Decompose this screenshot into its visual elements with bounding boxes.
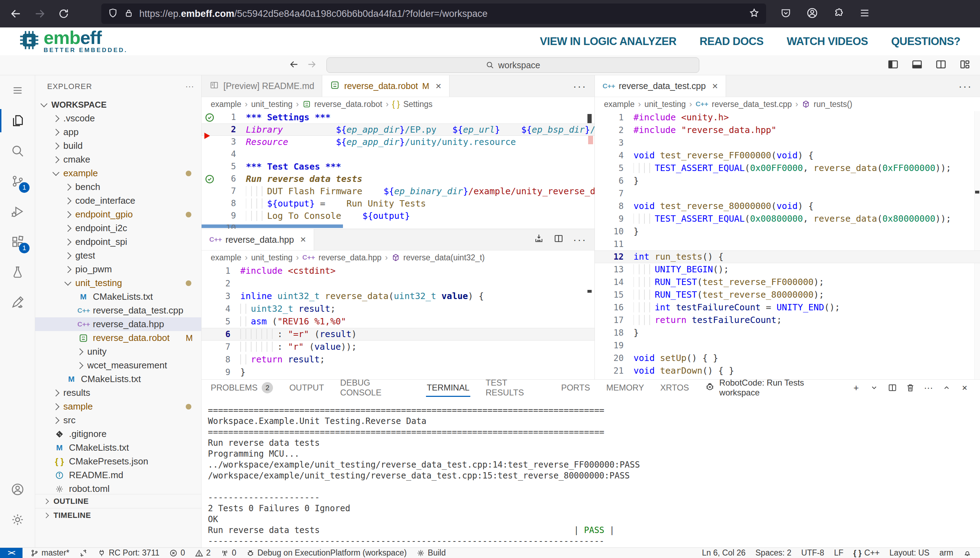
tree-item-cmake[interactable]: cmake (35, 153, 201, 166)
source-control-icon[interactable]: 1 (0, 166, 35, 196)
split-editor-layout-icon[interactable] (935, 58, 947, 72)
breadcrumb-item[interactable]: reverse_data_test.cpp (712, 100, 792, 109)
new-terminal-icon[interactable]: + (849, 381, 863, 395)
panel-tab-memory[interactable]: MEMORY (605, 381, 645, 395)
search-activity-icon[interactable] (0, 136, 35, 166)
more-tabs-icon[interactable]: ··· (959, 80, 972, 92)
tree-item-results[interactable]: results (35, 386, 201, 400)
tab-readme-preview[interactable]: [Preview] README.md (202, 75, 322, 97)
panel-tab-problems[interactable]: PROBLEMS2 (210, 380, 274, 396)
close-tab-icon[interactable]: × (436, 80, 441, 92)
breadcrumb-item[interactable]: Settings (403, 100, 432, 109)
header-link-3[interactable]: QUESTIONS? (891, 35, 960, 48)
tree-item-endpoint-i2c[interactable]: endpoint_i2c (35, 221, 201, 235)
more-tabs-icon[interactable]: ··· (573, 80, 587, 92)
hpp-editor[interactable]: 1#include <cstdint>23inline uint32_t rev… (202, 264, 595, 379)
status-spaces-2[interactable]: Spaces: 2 (751, 548, 796, 558)
timeline-section[interactable]: TIMELINE (35, 508, 201, 522)
extensions-activity-icon[interactable]: 1 (0, 226, 35, 257)
panel-tab-terminal[interactable]: TERMINAL (426, 381, 470, 395)
pocket-badge-icon[interactable] (780, 7, 792, 20)
tree-item-endpoint-gpio[interactable]: endpoint_gpio (35, 208, 201, 221)
status-branch[interactable]: master* (25, 548, 74, 558)
tree-item--gitignore[interactable]: .gitignore (35, 427, 201, 441)
explorer-activity-icon[interactable] (0, 105, 35, 136)
shield-icon[interactable] (108, 8, 118, 20)
save-all-icon[interactable] (534, 233, 544, 246)
tab-reverse-data-test-cpp[interactable]: C++ reverse_data_test.cpp × (595, 75, 726, 97)
tree-item-cmakelists-txt[interactable]: MCMakeLists.txt (35, 290, 201, 304)
close-panel-icon[interactable]: × (958, 381, 972, 395)
status-lf[interactable]: LF (829, 548, 849, 558)
browser-forward-icon[interactable] (32, 6, 48, 22)
explorer-more-icon[interactable]: ··· (185, 82, 194, 91)
status-plug[interactable]: RC Port: 3711 (92, 548, 164, 558)
tree-item-cmakelists-txt[interactable]: MCMakeLists.txt (35, 441, 201, 455)
header-link-0[interactable]: VIEW IN LOGIC ANALYZER (540, 35, 677, 48)
url-bar[interactable]: https://ep.embeff.com/5c5942d5e84a40a198… (101, 3, 766, 24)
status-arm[interactable]: arm (934, 548, 958, 558)
editor-back-icon[interactable] (288, 59, 300, 71)
tree-item-gtest[interactable]: gtest (35, 249, 201, 263)
panel-tab-ports[interactable]: PORTS (560, 381, 591, 395)
tree-item-src[interactable]: src (35, 414, 201, 427)
close-tab-icon[interactable]: × (300, 234, 306, 245)
robot-editor[interactable]: 1*** Settings ***2Library ${ep_app_dir}/… (202, 111, 595, 229)
panel-tab-debug-console[interactable]: DEBUG CONSOLE (339, 376, 411, 400)
testing-flask-icon[interactable] (0, 257, 35, 287)
terminal-dropdown-icon[interactable] (867, 381, 881, 395)
panel-tab-test-results[interactable]: TEST RESULTS (485, 376, 546, 400)
tree-item-reverse-data-test-cpp[interactable]: C++reverse_data_test.cpp (35, 304, 201, 317)
status-gear[interactable]: Build (411, 548, 451, 558)
breadcrumb-item[interactable]: reverse_data.robot (315, 100, 382, 109)
menu-icon[interactable] (0, 75, 35, 105)
status-antenna[interactable]: 0 (216, 548, 241, 558)
terminal-output[interactable]: ========================================… (202, 396, 980, 547)
status-bell[interactable] (958, 549, 977, 557)
panel-tab-output[interactable]: OUTPUT (288, 381, 324, 395)
tree-item-bench[interactable]: bench (35, 180, 201, 194)
browser-refresh-icon[interactable] (56, 6, 72, 22)
breadcrumb-item[interactable]: example (211, 253, 241, 263)
tab-reverse-data-hpp[interactable]: C++ reverse_data.hpp × (202, 229, 314, 250)
split-editor-icon[interactable] (553, 233, 564, 246)
tree-item-readme-md[interactable]: README.md (35, 468, 201, 482)
split-terminal-icon[interactable] (885, 381, 899, 395)
tree-item-build[interactable]: build (35, 139, 201, 153)
account-activity-icon[interactable] (0, 474, 35, 504)
embeff-logo[interactable]: embeff BETTER EMBEDDED. (18, 29, 128, 54)
tree-item-example[interactable]: example (35, 166, 201, 180)
breadcrumb-item[interactable]: reverse_data(uint32_t) (403, 253, 485, 263)
run-debug-icon[interactable] (0, 196, 35, 226)
tree-item-app[interactable]: app (35, 125, 201, 139)
browser-menu-icon[interactable] (859, 7, 870, 20)
breadcrumb-item[interactable]: reverse_data.hpp (319, 253, 382, 263)
status-ln-6-col-26[interactable]: Ln 6, Col 26 (697, 548, 751, 558)
breadcrumb-item[interactable]: example (604, 100, 634, 109)
tree-item-cmakelists-txt[interactable]: MCMakeLists.txt (35, 372, 201, 386)
bookmark-star-icon[interactable] (749, 7, 760, 20)
extensions-icon[interactable] (833, 7, 844, 20)
tree-item--vscode[interactable]: .vscode (35, 112, 201, 125)
panel-more-icon[interactable]: ··· (922, 381, 935, 395)
tree-item-reverse-data-hpp[interactable]: C++reverse_data.hpp (35, 317, 201, 331)
toggle-sidebar-icon[interactable] (887, 58, 899, 72)
tree-item-unit-testing[interactable]: unit_testing (35, 276, 201, 290)
breadcrumb-item[interactable]: unit_testing (251, 100, 293, 109)
tab-reverse-data-robot[interactable]: reverse_data.robotM × (322, 75, 449, 97)
close-tab-icon[interactable]: × (712, 80, 718, 92)
editor-forward-icon[interactable] (306, 59, 317, 71)
outline-section[interactable]: OUTLINE (35, 494, 201, 508)
panel-tab-xrtos[interactable]: XRTOS (660, 381, 690, 395)
account-icon[interactable] (806, 7, 818, 20)
kill-terminal-icon[interactable] (903, 381, 917, 395)
command-center-search[interactable]: workspace (326, 57, 699, 73)
breadcrumb-item[interactable]: unit_testing (251, 253, 293, 263)
lock-icon[interactable] (124, 8, 134, 19)
breadcrumb-item[interactable]: example (211, 100, 241, 109)
cpp-editor[interactable]: 1#include <unity.h>2#include "reverse_da… (595, 111, 980, 379)
tree-item-sample[interactable]: sample (35, 400, 201, 414)
remote-indicator[interactable]: >< (0, 548, 23, 558)
toggle-panel-icon[interactable] (911, 58, 923, 72)
status-error[interactable]: 0 (164, 548, 190, 558)
